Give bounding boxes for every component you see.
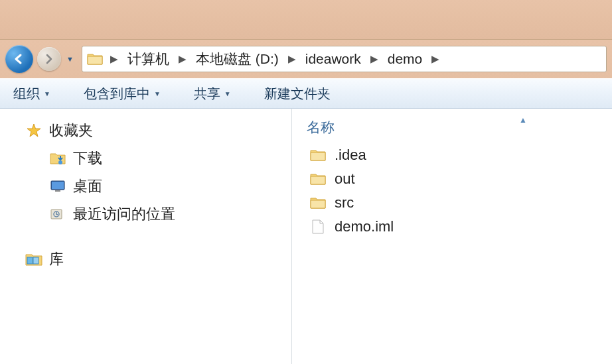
breadcrumb-item[interactable]: demo [385,50,425,68]
share-label: 共享 [194,85,220,103]
breadcrumb-separator: ▶ [175,53,191,65]
sidebar-recent-places[interactable]: 最近访问的位置 [5,200,286,228]
organize-menu[interactable]: 组织 ▼ [9,82,54,105]
nav-forward-button[interactable] [37,47,61,71]
column-header-name-label: 名称 [307,119,335,135]
breadcrumb-item[interactable]: ideawork [303,50,364,68]
file-row[interactable]: .idea [304,143,600,167]
svg-rect-7 [33,257,38,264]
star-icon [25,123,42,139]
nav-back-button[interactable] [5,45,33,73]
chevron-down-icon: ▼ [154,90,161,97]
libraries-icon [25,251,42,267]
nav-history-dropdown[interactable]: ▼ [66,55,74,63]
svg-rect-2 [52,182,64,189]
file-name: .idea [335,147,366,164]
svg-rect-6 [27,257,33,264]
svg-rect-3 [55,190,60,192]
breadcrumb-separator: ▶ [106,53,122,65]
sidebar-libraries[interactable]: 库 [5,245,286,273]
include-in-library-label: 包含到库中 [84,85,150,103]
file-content-pane: 名称 ▲ .idea out src demo.iml [292,109,612,364]
file-name: out [335,170,355,188]
navigation-sidebar: 收藏夹 下载 桌面 [0,109,292,364]
new-folder-label: 新建文件夹 [264,85,331,103]
sidebar-favorites[interactable]: 收藏夹 [5,117,286,145]
command-toolbar: 组织 ▼ 包含到库中 ▼ 共享 ▼ 新建文件夹 [0,78,612,109]
sidebar-downloads[interactable]: 下载 [5,145,286,172]
main-area: 收藏夹 下载 桌面 [0,109,612,364]
sidebar-libraries-label: 库 [49,249,64,269]
chevron-down-icon: ▼ [224,90,231,97]
file-name: demo.iml [335,218,394,235]
file-icon [309,219,327,235]
arrow-left-icon [12,52,27,66]
breadcrumb-separator: ▶ [427,53,443,65]
share-menu[interactable]: 共享 ▼ [190,82,235,105]
sidebar-recent-places-label: 最近访问的位置 [73,204,175,224]
breadcrumb-separator: ▶ [284,53,300,65]
new-folder-button[interactable]: 新建文件夹 [260,82,335,105]
arrow-right-icon [43,53,55,65]
file-name: src [335,194,354,212]
recent-places-icon [49,206,66,222]
address-bar[interactable]: ▶ 计算机 ▶ 本地磁盘 (D:) ▶ ideawork ▶ demo ▶ [82,46,607,72]
include-in-library-menu[interactable]: 包含到库中 ▼ [80,82,165,105]
downloads-icon [49,151,66,166]
breadcrumb-separator: ▶ [366,53,382,65]
sidebar-downloads-label: 下载 [73,149,102,168]
window-frame-top [0,0,612,40]
desktop-icon [49,178,66,194]
chevron-down-icon: ▼ [44,90,50,97]
nav-row: ▼ ▶ 计算机 ▶ 本地磁盘 (D:) ▶ ideawork ▶ demo ▶ [0,40,612,78]
breadcrumb-item[interactable]: 计算机 [125,48,172,70]
sidebar-favorites-label: 收藏夹 [49,121,93,141]
organize-label: 组织 [13,85,40,103]
svg-point-0 [58,160,62,164]
folder-icon [309,171,327,187]
sidebar-desktop[interactable]: 桌面 [5,172,286,200]
column-header-name[interactable]: 名称 ▲ [304,115,600,143]
file-row[interactable]: src [304,191,600,215]
folder-icon [86,51,104,67]
sort-ascending-icon: ▲ [519,115,527,125]
sidebar-desktop-label: 桌面 [73,176,102,196]
folder-icon [309,147,327,163]
breadcrumb-item[interactable]: 本地磁盘 (D:) [193,48,281,70]
file-row[interactable]: out [304,167,600,191]
folder-icon [309,195,327,211]
file-row[interactable]: demo.iml [304,215,600,239]
